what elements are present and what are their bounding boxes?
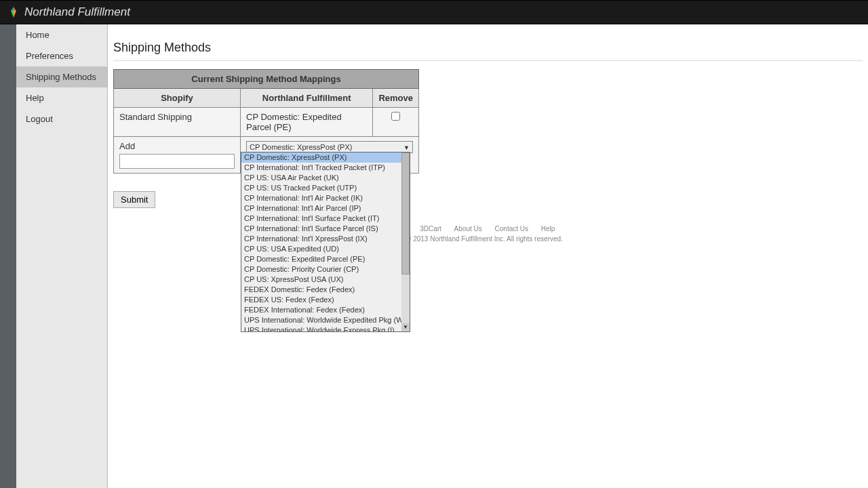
dropdown-option[interactable]: CP International: Int'l XpressPost (IX) [241,234,410,244]
dropdown-option[interactable]: CP International: Int'l Air Parcel (IP) [241,203,410,214]
submit-button[interactable]: Submit [113,191,155,208]
table-header-nf: Northland Fulfillment [241,89,373,108]
table-header-remove: Remove [373,89,419,108]
footer-link-contactus[interactable]: Contact Us [495,225,528,232]
brand-logo-icon [7,5,20,19]
dropdown-option[interactable]: FEDEX US: Fedex (Fedex) [241,295,410,305]
mapping-table: Current Shipping Method Mappings Shopify… [113,69,419,174]
left-strip [0,24,16,488]
sidebar-item-help[interactable]: Help [16,87,107,108]
select-cell: CP Domestic: XpressPost (PX) CP Domestic… [241,137,419,174]
footer-link-aboutus[interactable]: About Us [454,225,482,232]
topbar: Northland Fulfillment [0,0,868,24]
dropdown-option[interactable]: CP US: XpressPost USA (UX) [241,274,410,285]
scrollbar-thumb[interactable] [401,152,410,274]
dropdown-option[interactable]: UPS International: Worldwide Express Pkg… [241,325,410,332]
dropdown-option[interactable]: CP Domestic: XpressPost (PX) [241,152,410,163]
sidebar-item-shipping-methods[interactable]: Shipping Methods [16,66,107,87]
dropdown-option[interactable]: CP US: USA Air Packet (UK) [241,173,410,183]
dropdown-option[interactable]: FEDEX International: Fedex (Fedex) [241,305,410,315]
table-row: Standard Shipping CP Domestic: Expedited… [114,108,419,137]
add-label: Add [119,141,235,151]
sidebar: Home Preferences Shipping Methods Help L… [16,24,108,488]
add-input[interactable] [119,154,235,169]
table-header-shopify: Shopify [114,89,241,108]
footer-link-3dcart[interactable]: 3DCart [420,225,441,232]
brand-title: Northland Fulfillment [24,5,130,19]
dropdown-option[interactable]: FEDEX Domestic: Fedex (Fedex) [241,285,410,295]
dropdown-scrollbar[interactable]: ▼ [401,152,410,331]
dropdown-option[interactable]: CP International: Int'l Surface Parcel (… [241,224,410,234]
dropdown-option[interactable]: CP US: USA Expedited (UD) [241,244,410,254]
sidebar-item-home[interactable]: Home [16,24,107,45]
dropdown-option[interactable]: UPS International: Worldwide Expedited P… [241,315,410,325]
nf-method-dropdown[interactable]: CP Domestic: XpressPost (PX)CP Internati… [241,152,410,332]
footer-link-help[interactable]: Help [541,225,555,232]
dropdown-option[interactable]: CP International: Int'l Air Packet (IK) [241,193,410,203]
add-cell: Add [114,137,241,174]
sidebar-item-preferences[interactable]: Preferences [16,45,107,66]
dropdown-option[interactable]: CP Domestic: Expedited Parcel (PE) [241,254,410,264]
table-caption: Current Shipping Method Mappings [114,70,419,89]
dropdown-option[interactable]: CP US: US Tracked Packet (UTP) [241,183,410,193]
cell-nf: CP Domestic: Expedited Parcel (PE) [241,108,373,137]
remove-checkbox[interactable] [391,112,400,121]
page-title: Shipping Methods [113,41,863,55]
scrollbar-arrow-down-icon[interactable]: ▼ [401,323,410,331]
footer-copyright: © 2013 Northland Fulfillment Inc. All ri… [406,235,563,243]
title-divider [113,60,863,61]
dropdown-option[interactable]: CP International: Int'l Tracked Packet (… [241,163,410,173]
cell-remove [373,108,419,137]
cell-shopify: Standard Shipping [114,108,241,137]
main-content: Shipping Methods Current Shipping Method… [108,24,868,488]
dropdown-option[interactable]: CP International: Int'l Surface Packet (… [241,214,410,224]
dropdown-option[interactable]: CP Domestic: Priority Courier (CP) [241,264,410,274]
sidebar-item-logout[interactable]: Logout [16,108,107,129]
